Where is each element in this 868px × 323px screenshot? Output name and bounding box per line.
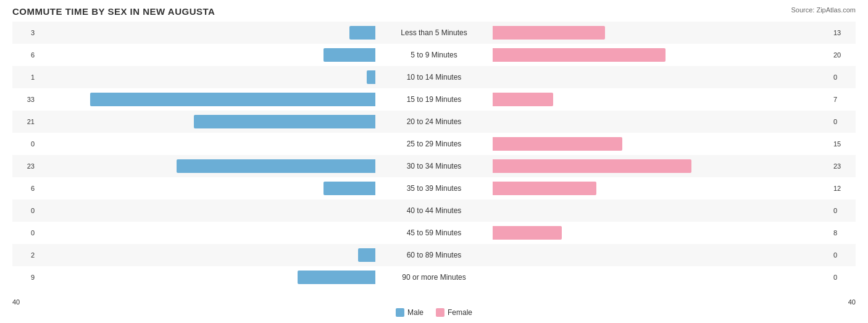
row-label: 5 to 9 Minutes <box>375 51 493 59</box>
female-value: 0 <box>831 73 856 81</box>
axis-right-label: 40 <box>848 298 856 306</box>
row-label: 10 to 14 Minutes <box>375 73 493 82</box>
male-bar <box>177 159 375 173</box>
right-bar-area <box>493 133 831 155</box>
row-label: 40 to 44 Minutes <box>375 206 493 215</box>
female-value: 7 <box>831 96 856 103</box>
axis-left-label: 40 <box>12 298 20 306</box>
row-label: Less than 5 Minutes <box>375 28 493 37</box>
row-label: 20 to 24 Minutes <box>375 117 493 126</box>
female-value: 15 <box>831 140 856 148</box>
left-bar-area <box>37 66 375 88</box>
legend-male-label: Male <box>407 308 424 317</box>
source-label: Source: ZipAtlas.com <box>791 6 856 14</box>
row-label: 30 to 34 Minutes <box>375 162 493 170</box>
female-value: 23 <box>831 162 856 170</box>
male-bar <box>194 115 375 128</box>
left-bar-area <box>37 266 375 288</box>
left-bar-area <box>37 111 375 133</box>
table-row: 2 60 to 89 Minutes 0 <box>12 244 856 266</box>
female-value: 0 <box>831 118 856 125</box>
legend-female-box <box>436 308 444 317</box>
male-bar <box>323 182 375 195</box>
male-value: 9 <box>12 274 37 281</box>
bars-area: 3 Less than 5 Minutes 13 6 5 to 9 Minute… <box>12 22 856 288</box>
female-bar <box>493 48 666 62</box>
female-value: 0 <box>831 274 856 281</box>
right-bar-area <box>493 199 831 222</box>
left-bar-area <box>37 22 375 44</box>
left-bar-area <box>37 199 375 222</box>
male-value: 33 <box>12 96 37 103</box>
legend-female-label: Female <box>448 308 472 317</box>
male-value: 0 <box>12 207 37 214</box>
row-label: 90 or more Minutes <box>375 273 493 282</box>
right-bar-area <box>493 266 831 288</box>
male-value: 21 <box>12 118 37 125</box>
male-value: 3 <box>12 29 37 36</box>
legend-male-box <box>396 308 404 317</box>
table-row: 6 5 to 9 Minutes 20 <box>12 44 856 66</box>
left-bar-area <box>37 155 375 177</box>
female-value: 12 <box>831 185 856 192</box>
male-value: 2 <box>12 251 37 259</box>
left-bar-area <box>37 88 375 111</box>
male-value: 6 <box>12 185 37 192</box>
female-bar <box>493 182 596 195</box>
chart-container: COMMUTE TIME BY SEX IN NEW AUGUSTA Sourc… <box>0 0 868 323</box>
female-bar <box>493 26 605 40</box>
table-row: 1 10 to 14 Minutes 0 <box>12 66 856 88</box>
right-bar-area <box>493 66 831 88</box>
left-bar-area <box>37 244 375 266</box>
row-label: 25 to 29 Minutes <box>375 140 493 148</box>
legend-male: Male <box>396 308 424 317</box>
table-row: 3 Less than 5 Minutes 13 <box>12 22 856 44</box>
row-label: 35 to 39 Minutes <box>375 184 493 193</box>
male-value: 23 <box>12 162 37 170</box>
male-value: 6 <box>12 51 37 59</box>
female-value: 0 <box>831 251 856 259</box>
male-bar <box>349 26 375 40</box>
male-value: 1 <box>12 73 37 81</box>
right-bar-area <box>493 244 831 266</box>
right-bar-area <box>493 88 831 111</box>
table-row: 6 35 to 39 Minutes 12 <box>12 177 856 199</box>
row-label: 15 to 19 Minutes <box>375 95 493 104</box>
right-bar-area <box>493 222 831 244</box>
table-row: 21 20 to 24 Minutes 0 <box>12 111 856 133</box>
male-bar <box>323 48 375 62</box>
right-bar-area <box>493 44 831 66</box>
left-bar-area <box>37 222 375 244</box>
male-value: 0 <box>12 229 37 237</box>
female-value: 8 <box>831 229 856 237</box>
female-value: 20 <box>831 51 856 59</box>
row-label: 45 to 59 Minutes <box>375 229 493 237</box>
male-value: 0 <box>12 140 37 148</box>
female-bar <box>493 226 562 240</box>
row-label: 60 to 89 Minutes <box>375 251 493 259</box>
left-bar-area <box>37 44 375 66</box>
male-bar <box>367 70 375 84</box>
table-row: 33 15 to 19 Minutes 7 <box>12 88 856 111</box>
chart-title: COMMUTE TIME BY SEX IN NEW AUGUSTA <box>12 6 856 17</box>
table-row: 0 45 to 59 Minutes 8 <box>12 222 856 244</box>
male-bar <box>90 93 375 106</box>
table-row: 0 40 to 44 Minutes 0 <box>12 199 856 222</box>
female-bar <box>493 159 691 173</box>
right-bar-area <box>493 22 831 44</box>
right-bar-area <box>493 177 831 199</box>
table-row: 0 25 to 29 Minutes 15 <box>12 133 856 155</box>
right-bar-area <box>493 155 831 177</box>
female-value: 0 <box>831 207 856 214</box>
female-bar <box>493 93 553 106</box>
female-value: 13 <box>831 29 856 36</box>
female-bar <box>493 137 622 151</box>
left-bar-area <box>37 133 375 155</box>
legend-female: Female <box>436 308 472 317</box>
table-row: 9 90 or more Minutes 0 <box>12 266 856 288</box>
right-bar-area <box>493 111 831 133</box>
legend: Male Female <box>396 308 472 317</box>
male-bar <box>358 248 375 262</box>
table-row: 23 30 to 34 Minutes 23 <box>12 155 856 177</box>
male-bar <box>298 271 375 284</box>
